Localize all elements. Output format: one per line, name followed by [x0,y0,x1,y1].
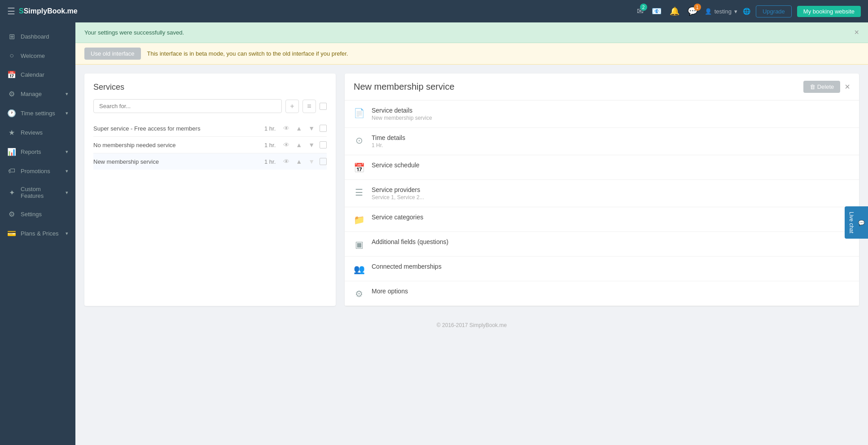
user-icon: 👤 [705,8,712,15]
sidebar-label-promotions: Promotions [21,168,61,175]
visibility-toggle-2[interactable]: 👁 [282,141,291,148]
globe-icon[interactable]: 🌐 [743,8,750,15]
service-categories-label: Service categories [372,214,850,221]
upgrade-button[interactable]: Upgrade [756,5,792,17]
membership-title: New membership service [354,82,455,92]
move-up-1[interactable]: ▲ [294,125,303,132]
row-checkbox-1[interactable] [320,125,327,132]
sidebar-label-time-settings: Time settings [21,110,61,117]
row-checkbox-3[interactable] [320,158,327,165]
sidebar-label-settings: Settings [21,211,68,218]
membership-item-service-schedule[interactable]: 📅 Service schedule [345,155,859,180]
reports-icon: 📊 [7,148,16,156]
sidebar-label-custom-features: Custom Features [21,186,61,199]
manage-arrow-icon: ▾ [66,91,68,97]
chat-badge: 1 [694,4,701,11]
sidebar-item-welcome[interactable]: ○ Welcome [0,46,75,65]
footer: © 2016-2017 SimplyBook.me [75,315,868,336]
more-options-label: More options [372,288,850,295]
user-menu[interactable]: 👤 testing ▾ [705,8,737,15]
success-alert: Your settings were successfully saved. × [75,22,868,43]
service-duration-3: 1 hr. [264,158,276,165]
navbar-right: 👤 testing ▾ 🌐 Upgrade My booking website [705,5,861,17]
navbar-icons: ✉ 2 📧 🔔 💬 1 [637,6,697,16]
bell-icon[interactable]: 🔔 [670,6,679,16]
promotions-arrow-icon: ▾ [66,168,68,174]
connected-memberships-label: Connected memberships [372,263,850,270]
sidebar-label-reports: Reports [21,148,61,155]
sidebar-label-welcome: Welcome [21,52,68,59]
sidebar-item-promotions[interactable]: 🏷 Promotions ▾ [0,161,75,180]
move-down-2[interactable]: ▼ [307,141,316,148]
hamburger-icon[interactable]: ☰ [7,6,15,17]
delete-button[interactable]: 🗑 Delete [803,81,840,93]
move-up-3[interactable]: ▲ [294,158,303,165]
visibility-toggle-1[interactable]: 👁 [282,125,291,132]
membership-item-more-options[interactable]: ⚙ More options [345,281,859,306]
select-all-checkbox[interactable] [320,103,327,110]
service-details-label: Service details [372,107,850,114]
sidebar-item-time-settings[interactable]: 🕐 Time settings ▾ [0,104,75,123]
sidebar-label-reviews: Reviews [21,129,68,136]
success-text: Your settings were successfully saved. [84,29,184,36]
membership-item-time-details[interactable]: ⊙ Time details 1 Hr. [345,128,859,155]
service-providers-sub: Service 1, Service 2... [372,194,850,201]
time-details-icon: ⊙ [354,135,364,146]
time-details-sub: 1 Hr. [372,142,850,148]
additional-fields-icon: ▣ [354,239,364,250]
user-label: testing [715,8,732,15]
old-interface-button[interactable]: Use old interface [84,48,141,60]
service-schedule-label: Service schedule [372,161,850,169]
sidebar-item-custom-features[interactable]: ✦ Custom Features ▾ [0,180,75,205]
custom-features-arrow-icon: ▾ [66,190,68,196]
live-chat-icon: 💬 [858,219,864,226]
move-up-2[interactable]: ▲ [294,141,303,148]
row-checkbox-2[interactable] [320,141,327,148]
brand-name: SSimplyBook.me [19,7,78,15]
list-view-button[interactable]: ≡ [302,100,316,113]
plans-prices-arrow-icon: ▾ [66,231,68,236]
service-schedule-icon: 📅 [354,162,364,173]
membership-item-service-providers[interactable]: ☰ Service providers Service 1, Service 2… [345,180,859,207]
move-down-1[interactable]: ▼ [307,125,316,132]
add-service-button[interactable]: + [285,100,299,113]
service-details-icon: 📄 [354,108,364,118]
time-settings-arrow-icon: ▾ [66,110,68,116]
sidebar-item-calendar[interactable]: 📅 Calendar [0,65,75,84]
service-name-2: No membership needed service [93,142,261,148]
custom-features-icon: ✦ [7,188,16,197]
chat-icon[interactable]: 💬 1 [688,6,697,16]
content-area: Services + ≡ Super service - Free access… [75,65,868,315]
settings-icon: ⚙ [7,210,16,218]
table-row: New membership service 1 hr. 👁 ▲ ▼ [93,153,327,170]
messages-icon[interactable]: ✉ 2 [637,6,644,16]
mail-icon[interactable]: 📧 [652,6,662,16]
sidebar-label-calendar: Calendar [21,71,68,78]
connected-memberships-icon: 👥 [354,264,364,275]
close-membership-button[interactable]: × [845,82,850,92]
sidebar-label-dashboard: Dashboard [21,33,68,40]
booking-website-button[interactable]: My booking website [797,6,861,17]
services-panel: Services + ≡ Super service - Free access… [84,74,336,306]
service-providers-label: Service providers [372,186,850,193]
service-details-sub: New membership service [372,115,850,121]
membership-panel: New membership service 🗑 Delete × 📄 Serv… [345,74,859,306]
sidebar-item-reports[interactable]: 📊 Reports ▾ [0,142,75,161]
table-row: Super service - Free access for members … [93,120,327,137]
service-name-1: Super service - Free access for members [93,125,261,132]
move-down-3[interactable]: ▼ [307,158,316,165]
membership-item-service-categories[interactable]: 📁 Service categories [345,207,859,232]
membership-item-connected-memberships[interactable]: 👥 Connected memberships [345,257,859,281]
success-close-button[interactable]: × [854,28,859,37]
sidebar-item-plans-prices[interactable]: 💳 Plans & Prices ▾ [0,224,75,243]
membership-item-additional-fields[interactable]: ▣ Additional fields (questions) [345,232,859,257]
sidebar-item-dashboard[interactable]: ⊞ Dashboard [0,27,75,46]
live-chat-button[interactable]: 💬 Live chat [845,206,868,239]
sidebar-item-reviews[interactable]: ★ Reviews [0,123,75,142]
sidebar-item-settings[interactable]: ⚙ Settings [0,205,75,224]
sidebar-item-manage[interactable]: ⚙ Manage ▾ [0,84,75,104]
search-input[interactable] [93,99,282,113]
membership-item-service-details[interactable]: 📄 Service details New membership service [345,100,859,128]
visibility-toggle-3[interactable]: 👁 [282,158,291,165]
service-duration-2: 1 hr. [264,142,276,148]
